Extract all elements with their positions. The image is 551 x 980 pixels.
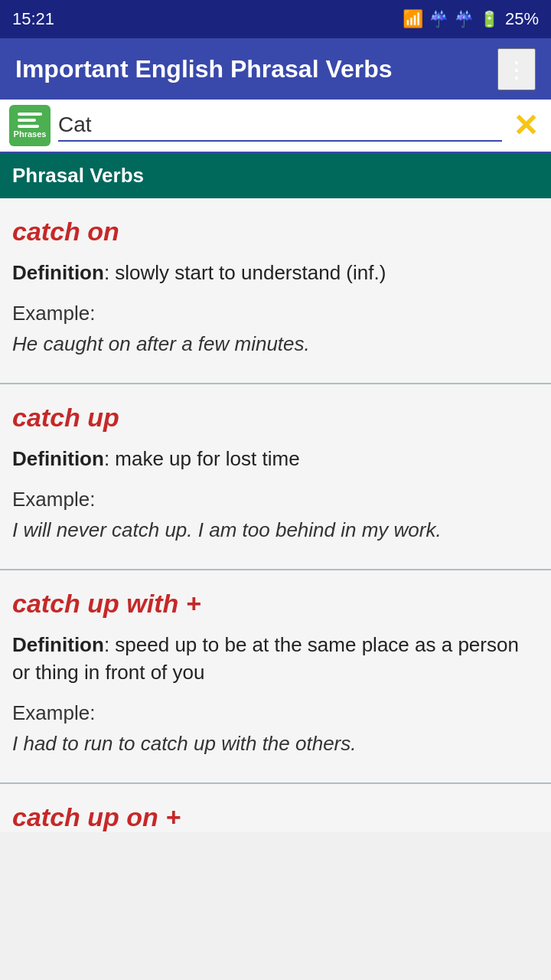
partial-verb-card: catch up on + <box>0 784 551 832</box>
section-header: Phrasal Verbs <box>0 153 551 198</box>
verb-definition-2: Definition: speed up to be at the same p… <box>12 631 539 687</box>
verb-definition-0: Definition: slowly start to understand (… <box>12 259 539 286</box>
clear-button[interactable]: ✕ <box>510 105 542 146</box>
battery-icon: 🔋 <box>480 10 499 28</box>
partial-verb-title: catch up on + <box>12 802 539 832</box>
wifi-icon: 📶 <box>403 9 423 29</box>
app-bar: Important English Phrasal Verbs ⋮ <box>0 38 551 100</box>
example-label-0: Example: <box>12 302 539 325</box>
verb-card-2: catch up with + Definition: speed up to … <box>0 570 551 784</box>
example-label-2: Example: <box>12 701 539 725</box>
definition-label-2: Definition <box>12 633 104 656</box>
status-bar: 15:21 📶 ☔ ☔ 🔋 25% <box>0 0 551 38</box>
verb-card-1: catch up Definition: make up for lost ti… <box>0 384 551 570</box>
search-bar: Phrases ✕ <box>0 100 551 153</box>
verb-title-1: catch up <box>12 403 539 433</box>
verb-definition-1: Definition: make up for lost time <box>12 445 539 472</box>
verb-title-2: catch up with + <box>12 589 539 619</box>
definition-text-0: : slowly start to understand (inf.) <box>104 261 386 284</box>
example-text-0: He caught on after a few minutes. <box>12 330 539 358</box>
battery-percent: 25% <box>505 9 539 29</box>
status-right-icons: 📶 ☔ ☔ 🔋 25% <box>403 9 539 29</box>
example-label-1: Example: <box>12 488 539 511</box>
definition-label-0: Definition <box>12 261 104 284</box>
definition-label-1: Definition <box>12 447 104 470</box>
example-text-1: I will never catch up. I am too behind i… <box>12 516 539 544</box>
signal-icon1: ☔ <box>429 10 448 28</box>
status-time: 15:21 <box>12 9 54 29</box>
book-label: Phrases <box>14 129 47 139</box>
search-input[interactable] <box>58 109 502 140</box>
verb-card-0: catch on Definition: slowly start to und… <box>0 198 551 384</box>
signal-icon2: ☔ <box>455 10 474 28</box>
more-options-button[interactable]: ⋮ <box>497 48 536 90</box>
definition-text-1: : make up for lost time <box>104 447 300 470</box>
verb-title-0: catch on <box>12 217 539 247</box>
app-logo: Phrases <box>9 105 51 146</box>
app-title: Important English Phrasal Verbs <box>15 55 393 83</box>
section-header-label: Phrasal Verbs <box>12 164 144 187</box>
search-input-wrap <box>58 109 502 142</box>
example-text-2: I had to run to catch up with the others… <box>12 730 539 757</box>
